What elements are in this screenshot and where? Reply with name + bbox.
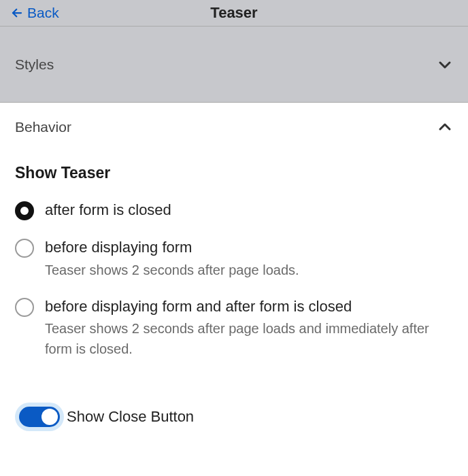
radio-option-after-closed[interactable]: after form is closed: [15, 200, 453, 221]
option-subtext: Teaser shows 2 seconds after page loads.: [45, 260, 299, 280]
chevron-down-icon: [437, 56, 453, 73]
option-label: before displaying form and after form is…: [45, 296, 453, 318]
radio-indicator: [15, 201, 34, 220]
radio-option-before-display[interactable]: before displaying form Teaser shows 2 se…: [15, 237, 453, 280]
radio-option-before-and-after[interactable]: before displaying form and after form is…: [15, 296, 453, 360]
arrow-left-icon: [11, 7, 23, 19]
section-header-behavior[interactable]: Behavior: [0, 103, 468, 152]
option-subtext: Teaser shows 2 seconds after page loads …: [45, 318, 453, 359]
group-title: Show Teaser: [15, 164, 453, 182]
page-title: Teaser: [210, 4, 257, 22]
radio-indicator: [15, 298, 34, 317]
option-label: after form is closed: [45, 200, 171, 221]
section-label: Styles: [15, 56, 54, 73]
section-header-styles[interactable]: Styles: [0, 26, 468, 102]
section-label: Behavior: [15, 119, 71, 135]
back-button[interactable]: Back: [0, 5, 59, 21]
option-label: before displaying form: [45, 237, 299, 258]
toggle-highlight: [15, 403, 64, 431]
show-close-button-toggle[interactable]: [19, 407, 60, 427]
back-label: Back: [27, 5, 59, 21]
chevron-up-icon: [437, 119, 453, 135]
toggle-knob: [41, 409, 58, 425]
radio-indicator: [15, 239, 34, 258]
toggle-label: Show Close Button: [67, 408, 194, 426]
